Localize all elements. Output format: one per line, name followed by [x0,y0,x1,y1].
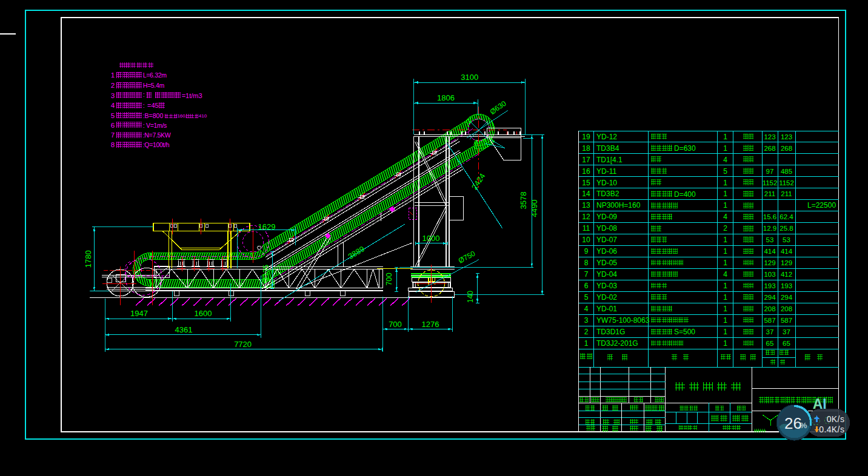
svg-text:103: 103 [764,271,775,278]
svg-text:D=400: D=400 [674,190,696,199]
svg-text:4: 4 [584,305,589,313]
svg-text:208: 208 [781,305,792,312]
svg-text:4361: 4361 [175,325,193,334]
svg-text:410: 410 [199,113,207,119]
svg-text:L=22500: L=22500 [807,201,836,210]
svg-text:YD-01: YD-01 [596,305,617,313]
svg-text:TD3B4: TD3B4 [596,144,619,153]
svg-text:S=500: S=500 [674,328,695,336]
svg-text:1: 1 [723,259,727,267]
svg-text:129: 129 [764,259,775,266]
svg-text:1: 1 [723,247,727,256]
svg-text:1: 1 [723,328,727,336]
svg-text:1: 1 [723,179,727,187]
svg-text::B=800: :B=800 [143,112,164,119]
svg-text:6: 6 [111,122,115,129]
svg-text:=45: =45 [147,102,159,109]
svg-text:TD3B2: TD3B2 [596,190,619,198]
svg-text::Q=100t/h: :Q=100t/h [143,141,170,148]
svg-text:17: 17 [582,156,590,164]
svg-text:0.4K/s: 0.4K/s [819,425,844,434]
svg-text:37: 37 [766,328,774,336]
svg-text:YD-03: YD-03 [596,282,617,290]
svg-text:53: 53 [783,236,790,243]
svg-text::: : [143,91,145,98]
svg-text:193: 193 [764,282,775,289]
svg-text:3100: 3100 [461,73,478,82]
svg-text:18: 18 [582,144,590,153]
svg-text:2: 2 [584,328,589,336]
svg-text:11: 11 [583,224,590,233]
svg-text:YD-02: YD-02 [596,293,617,302]
svg-text:26: 26 [784,414,802,432]
svg-text:587: 587 [764,317,775,324]
svg-text::N=7.5KW: :N=7.5KW [143,131,171,139]
svg-text:1: 1 [723,133,727,141]
svg-text:4: 4 [111,102,115,109]
svg-text:4: 4 [723,156,727,164]
svg-text:%: % [800,421,807,430]
svg-text:5: 5 [584,293,589,302]
svg-text:1: 1 [723,144,727,153]
svg-text:9: 9 [584,247,589,256]
svg-text:1: 1 [723,201,727,210]
svg-text:H=5.4m: H=5.4m [143,82,165,89]
svg-text:1806: 1806 [437,93,455,102]
svg-text:3: 3 [584,316,589,325]
svg-text:140: 140 [466,291,475,303]
svg-text:123: 123 [781,133,792,140]
svg-text:YD-04: YD-04 [596,270,617,279]
svg-text:TD3J2-201G: TD3J2-201G [596,339,638,348]
svg-text:1: 1 [111,71,115,79]
svg-text:YD-09: YD-09 [596,213,617,221]
svg-text:3: 3 [111,92,115,99]
svg-text:1000: 1000 [422,234,440,243]
svg-text:1: 1 [723,282,727,290]
svg-text:1276: 1276 [422,320,439,329]
svg-text:65: 65 [783,340,790,347]
svg-text:129: 129 [781,259,792,266]
svg-text:2: 2 [111,82,115,89]
svg-text:7720: 7720 [234,340,252,349]
svg-text:485: 485 [781,168,792,175]
svg-text:YD-10: YD-10 [596,179,617,187]
svg-text:19: 19 [582,133,590,141]
svg-text:700: 700 [389,320,402,329]
svg-text:YD-08: YD-08 [596,224,617,233]
svg-text:4: 4 [723,213,727,221]
svg-text:1135: 1135 [262,265,270,280]
svg-text:294: 294 [781,294,793,301]
svg-text:L=6.32m: L=6.32m [143,71,167,79]
svg-text:65: 65 [766,340,774,347]
svg-text:15: 15 [582,179,590,187]
svg-text:2: 2 [723,224,727,233]
svg-text:1: 1 [723,316,727,325]
svg-text:6: 6 [584,282,589,290]
svg-text:53: 53 [766,236,774,243]
svg-text:97: 97 [766,168,774,175]
svg-text:YD-11: YD-11 [596,167,616,176]
svg-text:4490: 4490 [530,200,539,217]
svg-text:1152: 1152 [763,179,778,187]
svg-text:12.9: 12.9 [763,225,776,232]
svg-text:160,: 160, [177,113,187,119]
svg-text:414: 414 [781,248,793,255]
svg-text:700: 700 [384,273,393,286]
svg-text:25.8: 25.8 [780,225,793,232]
svg-text:1: 1 [723,190,727,198]
svg-text:4: 4 [723,270,727,279]
svg-text:YW75-100-8063: YW75-100-8063 [596,316,650,325]
svg-text:1: 1 [723,305,727,313]
svg-text:1780: 1780 [84,250,93,268]
svg-text:D=630: D=630 [674,144,696,153]
svg-text:1600: 1600 [195,309,212,318]
svg-text:412: 412 [781,271,792,278]
svg-text:TD3D1G: TD3D1G [596,328,625,336]
svg-text:1947: 1947 [130,309,148,318]
svg-text:12: 12 [582,213,590,221]
svg-text:: V=1m/s: : V=1m/s [143,122,167,129]
svg-text:193: 193 [781,282,792,289]
svg-text:13: 13 [582,201,590,210]
svg-text:1: 1 [723,236,727,244]
svg-text:1: 1 [584,339,589,348]
